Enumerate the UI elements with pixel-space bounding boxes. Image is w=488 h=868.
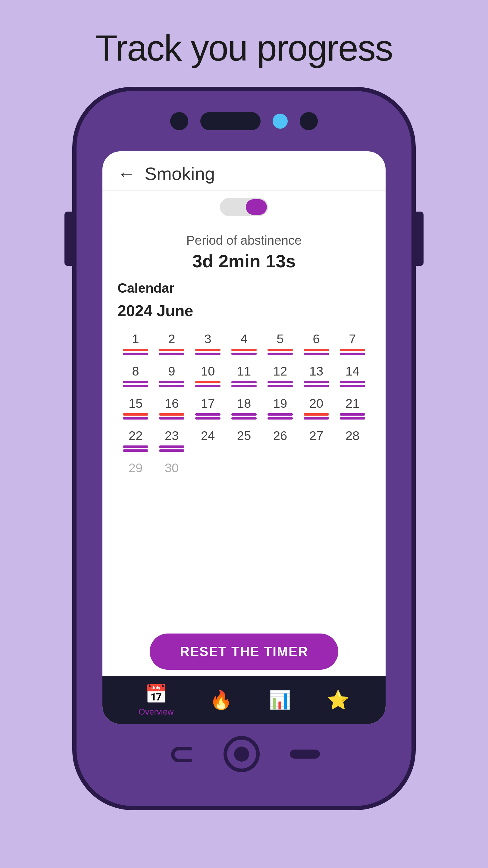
cal-bar (123, 352, 148, 355)
cal-bar (195, 381, 221, 383)
cal-bar (304, 385, 329, 387)
calendar-month: 2024 June (118, 302, 370, 320)
calendar-day[interactable]: 9 (154, 361, 190, 393)
calendar-day[interactable]: 21 (334, 393, 370, 426)
screen-title: Smoking (144, 163, 215, 184)
calendar-day[interactable]: 13 (298, 361, 334, 393)
phone-speaker (200, 112, 261, 130)
calendar-day[interactable]: 1 (118, 329, 154, 361)
cal-bar (340, 417, 365, 420)
cal-bar (304, 413, 329, 415)
cal-day-number: 30 (165, 461, 179, 475)
calendar-day[interactable]: 23 (154, 426, 190, 458)
cal-day-number: 11 (237, 364, 251, 378)
cal-day-number: 23 (165, 429, 179, 443)
cal-bar (159, 445, 184, 448)
calendar-day[interactable]: 22 (118, 426, 154, 458)
calendar-day[interactable]: 4 (226, 329, 262, 361)
side-button-right (415, 212, 424, 266)
calendar-day[interactable]: 18 (226, 393, 262, 426)
cal-bar (340, 381, 365, 383)
calendar-day[interactable]: 7 (334, 329, 370, 361)
phone-screen: ← Smoking Period of abstinence 3d 2min 1… (102, 151, 386, 724)
abstinence-section: Period of abstinence 3d 2min 13s (102, 221, 386, 281)
calendar-day[interactable]: 14 (334, 361, 370, 393)
cal-day-bars (304, 381, 329, 387)
calendar-day[interactable]: 24 (190, 426, 226, 458)
calendar-day[interactable]: 12 (262, 361, 298, 393)
cal-day-number: 22 (129, 429, 143, 443)
cal-bar (340, 413, 365, 415)
cal-bar (195, 385, 221, 387)
calendar-day[interactable]: 29 (118, 458, 154, 484)
cal-day-number: 17 (201, 396, 215, 411)
back-button[interactable]: ← (118, 163, 135, 184)
screen-header: ← Smoking (102, 151, 386, 190)
cal-bar (159, 352, 184, 355)
cal-day-bars (159, 445, 184, 452)
calendar-day[interactable]: 26 (262, 426, 298, 458)
nav-item-fire[interactable]: 🔥 (210, 689, 232, 711)
cal-day-bars (267, 349, 293, 355)
calendar-day[interactable]: 30 (154, 458, 190, 484)
calendar-day[interactable]: 27 (298, 426, 334, 458)
stats-icon: 📊 (268, 689, 291, 711)
cal-bar (304, 417, 329, 420)
calendar-day[interactable]: 6 (298, 329, 334, 361)
cal-day-bars (304, 413, 329, 420)
calendar-day[interactable]: 15 (118, 393, 154, 426)
cal-day-number: 2 (168, 332, 175, 346)
nav-item-stats[interactable]: 📊 (268, 689, 291, 711)
cal-day-bars (231, 413, 257, 420)
cal-bar (195, 349, 221, 351)
recent-apps-button[interactable] (290, 749, 320, 758)
reset-section: RESET THE TIMER (102, 624, 386, 676)
home-button[interactable] (224, 736, 260, 772)
cal-bar (159, 450, 184, 452)
toggle-thumb (246, 199, 267, 215)
nav-item-star[interactable]: ⭐ (327, 689, 350, 711)
phone-top-bar (76, 91, 412, 151)
calendar-day[interactable]: 2 (154, 329, 190, 361)
cal-day-bars (231, 349, 257, 355)
cal-bar (159, 381, 184, 383)
reset-timer-button[interactable]: RESET THE TIMER (150, 633, 338, 670)
calendar-day[interactable]: 19 (262, 393, 298, 426)
calendar-day[interactable]: 17 (190, 393, 226, 426)
toggle-track[interactable] (220, 198, 268, 216)
calendar-day[interactable]: 20 (298, 393, 334, 426)
bottom-nav: 📅 Overview 🔥 📊 ⭐ (102, 676, 386, 724)
calendar-day[interactable]: 3 (190, 329, 226, 361)
cal-bar (195, 352, 221, 355)
cal-bar (231, 349, 257, 351)
calendar-day[interactable]: 28 (334, 426, 370, 458)
calendar-day[interactable]: 5 (262, 329, 298, 361)
cal-day-number: 28 (346, 429, 360, 443)
cal-day-bars (159, 413, 184, 420)
calendar-day[interactable]: 25 (226, 426, 262, 458)
cal-day-number: 19 (273, 396, 287, 411)
cal-day-number: 27 (310, 429, 324, 443)
cal-bar (123, 381, 148, 383)
cal-day-bars (195, 349, 221, 355)
cal-bar (231, 413, 257, 415)
cal-day-bars (123, 381, 148, 387)
calendar-section: Calendar 2024 June 123456789101112131415… (102, 281, 386, 624)
cal-bar (231, 352, 257, 355)
cal-bar (304, 352, 329, 355)
cal-day-number: 1 (132, 332, 139, 346)
calendar-day[interactable]: 8 (118, 361, 154, 393)
back-nav-button[interactable]: ⊂ (168, 739, 193, 769)
cal-bar (231, 417, 257, 420)
calendar-day[interactable]: 10 (190, 361, 226, 393)
cal-day-number: 6 (313, 332, 320, 346)
cal-bar (267, 381, 293, 383)
calendar-day[interactable]: 16 (154, 393, 190, 426)
nav-item-overview[interactable]: 📅 Overview (138, 683, 174, 717)
nav-label-overview: Overview (138, 707, 174, 717)
toggle-area[interactable] (102, 190, 386, 221)
phone-camera-blue (272, 114, 288, 129)
cal-bar (159, 413, 184, 415)
cal-bar (267, 417, 293, 420)
calendar-day[interactable]: 11 (226, 361, 262, 393)
